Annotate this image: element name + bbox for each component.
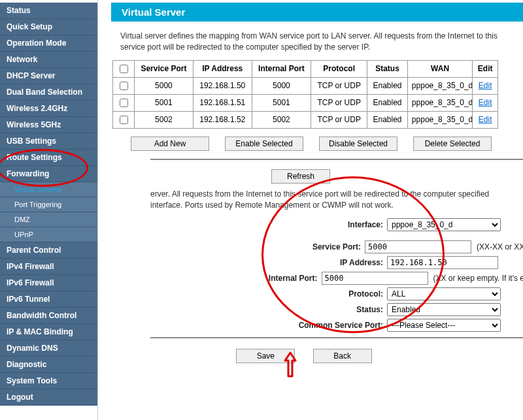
sidebar-item-dmz[interactable]: DMZ	[0, 212, 97, 227]
sidebar-item-status[interactable]: Status	[0, 3, 97, 19]
sidebar-item-bandwidth-control[interactable]: Bandwidth Control	[0, 308, 97, 324]
sidebar-item-operation-mode[interactable]: Operation Mode	[0, 35, 97, 52]
sidebar-item-dhcp-server[interactable]: DHCP Server	[0, 68, 97, 84]
col-protocol: Protocol	[311, 60, 367, 77]
sidebar-item-ipv6-tunnel[interactable]: IPv6 Tunnel	[0, 291, 97, 308]
sidebar-item-diagnostic[interactable]: Diagnostic	[0, 357, 97, 373]
label-internal-port: Internal Port:	[111, 274, 322, 283]
add-new-button[interactable]: Add New	[131, 137, 209, 151]
table-row: 5000 192.168.1.50 5000 TCP or UDP Enable…	[113, 77, 498, 94]
sidebar-item-upnp[interactable]: UPnP	[0, 227, 97, 242]
cell-status: Enabled	[367, 94, 408, 111]
sidebar-item-ipv6-firewall[interactable]: IPv6 Firewall	[0, 275, 97, 291]
col-edit: Edit	[473, 60, 498, 77]
edit-link[interactable]: Edit	[479, 115, 492, 124]
sidebar-item-ip-mac-binding[interactable]: IP & MAC Binding	[0, 324, 97, 340]
protocol-select[interactable]: ALL	[387, 287, 501, 300]
sidebar-item-wireless-5[interactable]: Wireless 5GHz	[0, 117, 97, 133]
cell-internal-port: 5002	[252, 111, 311, 128]
sidebar-item-dual-band[interactable]: Dual Band Selection	[0, 84, 97, 101]
cell-ip: 192.168.1.51	[193, 94, 252, 111]
cell-wan: pppoe_8_35_0_d	[407, 77, 473, 94]
cell-wan: pppoe_8_35_0_d	[407, 94, 473, 111]
col-wan: WAN	[407, 60, 473, 77]
sidebar-item-forwarding[interactable]: Forwarding	[0, 166, 97, 182]
table-row: 5001 192.168.1.51 5001 TCP or UDP Enable…	[113, 94, 498, 111]
row-checkbox[interactable]	[120, 99, 128, 107]
cell-service-port: 5001	[135, 94, 194, 111]
cell-protocol: TCP or UDP	[311, 77, 367, 94]
sidebar-item-quick-setup[interactable]: Quick Setup	[0, 19, 97, 35]
cell-service-port: 5002	[135, 111, 194, 128]
cell-ip: 192.168.1.52	[193, 111, 252, 128]
cell-service-port: 5000	[135, 77, 194, 94]
page-description: Virtual server defines the mapping from …	[120, 31, 523, 54]
internal-port-input[interactable]	[322, 272, 428, 285]
cell-status: Enabled	[367, 77, 408, 94]
label-interface: Interface:	[111, 220, 387, 229]
refresh-button[interactable]: Refresh	[271, 169, 330, 184]
page-title: Virtual Server	[111, 3, 523, 22]
virtual-server-table: Service Port IP Address Internal Port Pr…	[112, 60, 498, 129]
sidebar-item-port-triggering[interactable]: Port Triggering	[0, 197, 97, 212]
hint-service-port: (XX-XX or XX)	[477, 242, 523, 251]
cell-internal-port: 5000	[252, 77, 311, 94]
select-all-checkbox[interactable]	[120, 65, 128, 73]
sidebar-item-system-tools[interactable]: System Tools	[0, 373, 97, 389]
interface-select[interactable]: pppoe_8_35_0_d	[387, 218, 501, 231]
cell-status: Enabled	[367, 111, 408, 128]
sidebar-item-parent-control[interactable]: Parent Control	[0, 242, 97, 259]
status-select[interactable]: Enabled	[387, 303, 501, 316]
sidebar-item-logout[interactable]: Logout	[0, 389, 97, 406]
sidebar: Status Quick Setup Operation Mode Networ…	[0, 0, 98, 420]
cell-internal-port: 5001	[252, 94, 311, 111]
label-service-port: Service Port:	[111, 242, 365, 251]
save-button[interactable]: Save	[236, 349, 295, 363]
row-checkbox[interactable]	[120, 82, 128, 90]
enable-selected-button[interactable]: Enable Selected	[225, 137, 303, 151]
sidebar-item-virtual-servers[interactable]: Virtual Servers	[0, 182, 97, 197]
ip-address-input[interactable]	[387, 256, 498, 269]
label-ip-address: IP Address:	[111, 258, 387, 267]
table-row: 5002 192.168.1.52 5002 TCP or UDP Enable…	[113, 111, 498, 128]
cell-wan: pppoe_8_35_0_d	[407, 111, 473, 128]
delete-selected-button[interactable]: Delete Selected	[413, 137, 492, 151]
cell-ip: 192.168.1.50	[193, 77, 252, 94]
separator	[150, 159, 523, 160]
back-button[interactable]: Back	[313, 349, 372, 363]
col-service-port: Service Port	[135, 60, 194, 77]
page-description-2: erver. All requests from the Internet to…	[150, 189, 523, 212]
sidebar-item-ipv4-firewall[interactable]: IPv4 Firewall	[0, 259, 97, 275]
edit-link[interactable]: Edit	[479, 98, 492, 107]
separator	[150, 337, 523, 338]
label-status: Status:	[111, 305, 387, 314]
cell-protocol: TCP or UDP	[311, 94, 367, 111]
sidebar-item-route-settings[interactable]: Route Settings	[0, 150, 97, 166]
sidebar-item-dynamic-dns[interactable]: Dynamic DNS	[0, 340, 97, 357]
common-service-port-select[interactable]: ---Please Select---	[387, 319, 501, 332]
label-protocol: Protocol:	[111, 289, 387, 299]
col-ip-address: IP Address	[193, 60, 252, 77]
edit-form: Interface: pppoe_8_35_0_d Service Port: …	[111, 218, 523, 332]
sidebar-item-usb-settings[interactable]: USB Settings	[0, 133, 97, 150]
col-status: Status	[367, 60, 408, 77]
sidebar-item-network[interactable]: Network	[0, 52, 97, 68]
label-common-service-port: Common Service Port:	[111, 321, 387, 330]
hint-internal-port: (XX or keep empty. If it's empty, In	[433, 274, 523, 283]
service-port-input[interactable]	[365, 240, 471, 253]
col-internal-port: Internal Port	[252, 60, 311, 77]
disable-selected-button[interactable]: Disable Selected	[319, 137, 397, 151]
cell-protocol: TCP or UDP	[311, 111, 367, 128]
row-checkbox[interactable]	[120, 116, 128, 124]
edit-link[interactable]: Edit	[479, 81, 492, 90]
sidebar-item-wireless-24[interactable]: Wireless 2.4GHz	[0, 101, 97, 117]
main-content: Virtual Server Virtual server defines th…	[98, 0, 523, 420]
